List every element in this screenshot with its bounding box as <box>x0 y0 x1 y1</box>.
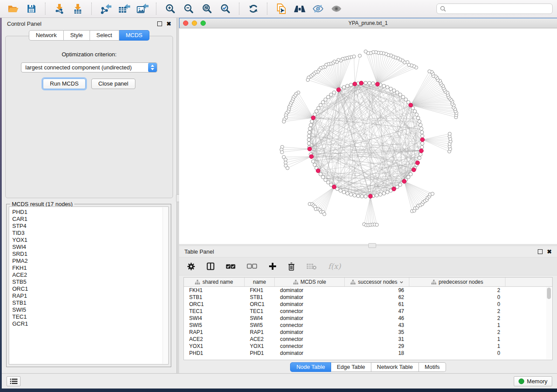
network-window-titlebar[interactable]: YPA_prune.txt_1 <box>179 18 557 28</box>
mcds-result-item[interactable]: PMA2 <box>12 258 168 265</box>
column-header-successor-nodes[interactable]: successor nodes <box>345 278 409 286</box>
network-graph[interactable] <box>179 28 557 244</box>
column-header-shared-name[interactable]: shared name <box>184 278 245 286</box>
mcds-result-item[interactable]: STB1 <box>12 299 168 306</box>
table-row[interactable]: FKH1FKH1dominator962 <box>184 287 552 294</box>
table-row[interactable]: ACE2ACE2connector311 <box>184 336 552 343</box>
tab-select[interactable]: Select <box>90 30 119 41</box>
float-table-panel-icon[interactable] <box>538 249 543 254</box>
task-history-button[interactable] <box>7 376 21 386</box>
close-panel-button[interactable]: Close panel <box>91 79 135 89</box>
tab-node-table[interactable]: Node Table <box>290 362 331 372</box>
open-file-button[interactable] <box>4 2 22 16</box>
column-header-MCDS-role[interactable]: MCDS role <box>275 278 345 286</box>
mcds-result-item[interactable]: FKH1 <box>12 265 168 272</box>
zoom-selected-button[interactable] <box>217 2 234 16</box>
table-cell: dominator <box>275 294 345 300</box>
plus-icon <box>269 262 277 270</box>
node-table[interactable]: shared namenameMCDS rolesuccessor nodesp… <box>183 277 553 360</box>
table-row[interactable]: TEC1TEC1connector472 <box>184 308 552 315</box>
show-columns-button[interactable] <box>207 262 214 270</box>
eye-icon <box>330 4 343 14</box>
table-row[interactable]: PHD1PHD1dominator180 <box>184 350 552 357</box>
table-cell: RAP1 <box>245 329 275 335</box>
tab-edge-table[interactable]: Edge Table <box>331 362 371 372</box>
mcds-list-scrollbar[interactable] <box>163 207 168 364</box>
copy-network-view-button[interactable] <box>273 2 290 16</box>
table-row[interactable]: STB1STB1dominator620 <box>184 294 552 301</box>
table-cell: 29 <box>345 343 409 349</box>
first-neighbors-button[interactable] <box>291 2 308 16</box>
mcds-result-item[interactable]: PHD1 <box>12 209 168 216</box>
column-header-predecessor-nodes[interactable]: predecessor nodes <box>409 278 505 286</box>
mcds-result-item[interactable]: SWI4 <box>12 244 168 251</box>
mcds-result-item[interactable]: TID3 <box>12 230 168 237</box>
table-cell: 0 <box>409 301 505 307</box>
mcds-result-item[interactable]: STP4 <box>12 223 168 230</box>
table-row[interactable]: SWI5SWI5connector431 <box>184 322 552 329</box>
mcds-result-item[interactable]: STB5 <box>12 279 168 285</box>
column-header-name[interactable]: name <box>245 278 275 286</box>
list-icon <box>10 378 17 384</box>
mcds-result-item[interactable]: ACE2 <box>12 272 168 279</box>
mcds-result-item[interactable]: TEC1 <box>12 313 168 320</box>
tab-style[interactable]: Style <box>64 30 90 41</box>
show-all-button[interactable] <box>328 2 345 16</box>
save-session-button[interactable] <box>23 2 40 16</box>
mcds-result-item[interactable]: SRD1 <box>12 251 168 258</box>
table-row[interactable]: SWI4SWI4dominator462 <box>184 315 552 322</box>
splitter-grip[interactable] <box>368 243 376 248</box>
mcds-result-item[interactable]: SWI5 <box>12 306 168 313</box>
table-cell: FKH1 <box>184 287 245 293</box>
mcds-result-item[interactable]: GCR1 <box>12 320 168 327</box>
table-row[interactable]: YOX1YOX1connector291 <box>184 343 552 350</box>
table-cell: 2 <box>409 287 505 293</box>
tab-mcds[interactable]: MCDS <box>119 30 149 41</box>
tab-motifs[interactable]: Motifs <box>419 362 446 372</box>
table-row[interactable]: ORC1ORC1dominator610 <box>184 301 552 308</box>
mcds-result-list[interactable]: PHD1CAR1STP4TID3YOX1SWI4SRD1PMA2FKH1ACE2… <box>9 206 169 364</box>
delete-table-icon <box>306 263 317 270</box>
horizontal-splitter[interactable] <box>179 244 557 246</box>
dropdown-stepper-icon <box>148 63 157 72</box>
close-panel-icon[interactable]: ✖ <box>166 22 171 26</box>
refresh-icon <box>248 3 259 14</box>
mcds-result-item[interactable]: ORC1 <box>12 285 168 292</box>
zoom-out-button[interactable] <box>180 2 197 16</box>
network-canvas[interactable] <box>179 28 557 244</box>
table-cell: YOX1 <box>184 343 245 349</box>
search-input[interactable] <box>448 5 549 13</box>
zoom-fit-button[interactable] <box>198 2 216 16</box>
table-row[interactable]: RAP1RAP1dominator352 <box>184 329 552 336</box>
import-table-button[interactable] <box>69 2 86 16</box>
mcds-result-item[interactable]: YOX1 <box>12 237 168 244</box>
float-panel-icon[interactable] <box>157 21 162 26</box>
mcds-result-item[interactable]: RAP1 <box>12 292 168 299</box>
control-tabs: NetworkStyleSelectMCDS <box>2 30 176 41</box>
table-cell: 0 <box>409 294 505 300</box>
mcds-result-item[interactable]: CAR1 <box>12 216 168 223</box>
table-scrollbar[interactable] <box>546 287 552 359</box>
select-all-button[interactable] <box>226 264 235 269</box>
close-table-panel-icon[interactable]: ✖ <box>547 250 552 254</box>
import-network-button[interactable] <box>51 2 68 16</box>
run-mcds-button[interactable]: Run MCDS <box>43 79 86 89</box>
refresh-view-button[interactable] <box>245 2 262 16</box>
export-image-button[interactable] <box>134 2 151 16</box>
hide-selected-button[interactable] <box>309 2 327 16</box>
zoom-in-button[interactable] <box>162 2 179 16</box>
add-column-button[interactable] <box>269 262 277 270</box>
deselect-all-button[interactable] <box>247 264 257 269</box>
memory-status-dot <box>519 378 524 384</box>
export-network-button[interactable] <box>97 2 114 16</box>
tab-network[interactable]: Network <box>29 30 64 41</box>
table-scrollbar-thumb[interactable] <box>547 288 551 299</box>
memory-button[interactable]: Memory <box>514 376 552 386</box>
export-table-button[interactable] <box>115 2 133 16</box>
table-cell: TEC1 <box>184 308 245 314</box>
export-network-icon <box>100 3 112 14</box>
table-settings-button[interactable] <box>187 262 195 271</box>
optimization-criterion-select[interactable]: largest connected component (undirected) <box>21 62 157 72</box>
tab-network-table[interactable]: Network Table <box>371 362 419 372</box>
delete-column-button[interactable] <box>288 262 295 271</box>
